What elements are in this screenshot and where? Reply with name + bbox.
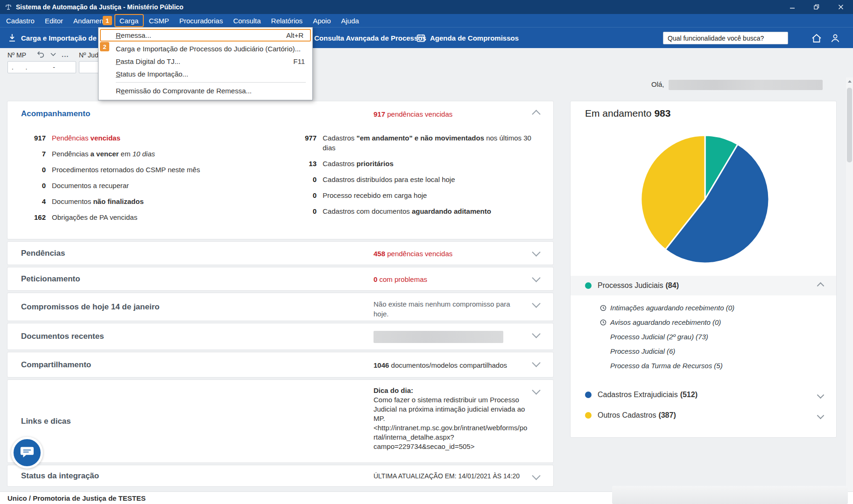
minimize-button[interactable] [780,0,804,14]
chevron-up-icon[interactable] [532,110,540,118]
legend-subitem-label: Processo Judicial (6) [610,347,675,355]
menu-item-remessa[interactable]: Remessa...Alt+R [100,29,311,42]
menu-item-pasta-digital-do-tj[interactable]: Pasta Digital do TJ...F11 [99,55,312,68]
scrollbar-thumb[interactable] [847,88,852,162]
status-bar-text: Unico / Promotoria de Justiça de TESTES [7,494,146,502]
stat-number: 977 [288,133,317,153]
stat-number: 7 [19,149,46,159]
chevron-down-icon[interactable] [532,299,540,308]
numero-mp-input[interactable] [7,61,76,73]
toolbar-consulta-avancada-button[interactable]: Consulta Avançada de Processos [314,28,426,48]
legend-sublist: Intimações aguardando recebimento (0)Avi… [571,296,836,373]
row-summary: 458 pendências vencidas [374,249,452,257]
stat-number: 0 [19,165,46,175]
legend-count: (387) [658,411,676,420]
user-icon[interactable] [828,32,842,44]
menubar-item-ajuda[interactable]: Ajuda [336,14,364,27]
legend-group-cadastros-extrajudiciais[interactable]: Cadastros Extrajudiciais(512) [571,385,836,405]
menu-bar: CadastroEditorAndamentoCarga1CSMPProcura… [0,14,853,27]
stat-number: 0 [288,190,317,200]
restore-button[interactable] [804,0,829,14]
links-e-dicas-row[interactable]: Links e dicas Dica do dia: Como fazer o … [7,379,554,463]
stat-label: Cadastros com documentos aguardando adit… [323,206,491,216]
legend-group-processos-judiciais[interactable]: Processos Judiciais(84) [571,276,836,295]
compartilhamento-row[interactable]: Compartilhamento 1046 documentos/modelos… [7,352,554,378]
compromissos-row[interactable]: Compromissos de hoje 14 de janeiro Não e… [7,293,554,321]
clock-icon [600,319,610,326]
menubar-item-cadastro[interactable]: Cadastro [1,14,40,27]
menubar-item-csmp[interactable]: CSMP [144,14,174,27]
stat-label: Cadastros prioritários [323,159,394,168]
close-button[interactable] [829,0,853,14]
title-bar: Sistema de Automação da Justiça - Minist… [0,0,853,14]
toolbar-carga-importacao-button[interactable]: Carga e Importação de Pro [7,28,110,48]
clock-icon [600,305,610,311]
menubar-item-consulta[interactable]: Consulta [228,14,266,27]
documentos-recentes-row[interactable]: Documentos recentes [7,323,554,350]
stat-label: Cadastros "em andamento" e não movimenta… [323,133,545,153]
toolbar-agenda-button[interactable]: Agenda de Compromissos [416,28,519,48]
panel-title-text: Em andamento [585,108,651,119]
acompanhamento-right-stats: 977Cadastros "em andamento" e não movime… [288,133,545,222]
home-icon[interactable] [810,32,824,44]
menu-separator [116,82,306,83]
legend-dot [585,412,592,419]
stat-row: 0Documentos a recuperar [19,181,282,190]
download-icon [7,33,17,42]
chevron-down-icon[interactable] [50,53,56,56]
menu-item-reemissao-do-comprovante-de-remessa[interactable]: Reemissão do Comprovante de Remessa... [99,84,312,97]
toolbar-item-label: Agenda de Compromissos [430,34,519,42]
legend-subitem[interactable]: Processo Judicial (2º grau) (73) [571,329,836,344]
menubar-item-relatorios[interactable]: Relatórios [266,14,308,27]
history-controls: ... [36,50,69,58]
acompanhamento-left-stats: 917Pendências vencidas7Pendências a venc… [19,133,282,228]
numero-mp-label: Nº MP [7,51,26,59]
chevron-down-icon[interactable] [532,248,540,256]
row-title: Links e dicas [21,417,71,426]
menubar-item-procuradorias[interactable]: Procuradorias [174,14,228,27]
acompanhamento-title: Acompanhamento [21,109,90,119]
greeting-text: Olá, [651,80,664,88]
legend-label: Processos Judiciais [598,281,663,290]
status-integracao-row[interactable]: Status da integração ÚLTIMA ATUALIZAÇÃO … [7,465,554,487]
legend-subitem[interactable]: Processo Judicial (6) [571,344,836,358]
chevron-down-icon[interactable] [532,329,540,338]
chevron-down-icon[interactable] [532,358,540,367]
vertical-scrollbar[interactable] [846,77,853,504]
app-window: Sistema de Automação da Justiça - Minist… [0,0,853,504]
pendencias-row[interactable]: Pendências 458 pendências vencidas [7,241,554,265]
legend-group-outros-cadastros[interactable]: Outros Cadastros(387) [571,406,836,425]
stat-number: 0 [288,206,317,216]
legend-subitem[interactable]: Intimações aguardando recebimento (0) [571,301,836,315]
stat-label: Cadastros distribuídos para este local h… [323,175,455,184]
pie-legend: Processos Judiciais(84)Intimações aguard… [571,276,836,426]
row-title: Pendências [21,249,65,258]
undo-icon[interactable] [36,51,45,58]
chevron-down-icon[interactable] [532,471,540,480]
stat-row: 0Cadastros com documentos aguardando adi… [288,206,545,216]
row-summary: ÚLTIMA ATUALIZAÇÃO EM: 14/01/2021 ÀS 14:… [374,472,520,480]
chat-button[interactable] [11,437,43,469]
legend-subitem[interactable]: Processo da Turma de Recursos (5) [571,358,836,373]
stat-row: 7Pendências a vencer em 10 dias [19,149,282,159]
legend-dot [585,282,592,289]
search-input[interactable] [663,32,788,44]
legend-subitem[interactable]: Avisos aguardando recebimento (0) [571,315,836,329]
chevron-up-icon [817,282,825,289]
scroll-up-arrow[interactable] [846,77,853,85]
menu-item-carga-e-importacao-de-processos-do-judiciario-cartorio[interactable]: Carga e Importação de Processos do Judic… [99,42,312,55]
app-icon [5,3,12,11]
menubar-item-apoio[interactable]: Apoio [308,14,336,27]
chevron-down-icon[interactable] [532,386,540,394]
menubar-item-editor[interactable]: Editor [40,14,68,27]
stat-label: Processo recebido em carga hoje [323,190,427,200]
redacted-footer-content [612,486,848,504]
chat-bubble-icon [20,446,35,460]
stat-row: 0Cadastros distribuídos para este local … [288,175,545,184]
row-title: Documentos recentes [21,332,104,341]
more-options-icon[interactable]: ... [62,50,69,58]
chevron-down-icon[interactable] [532,273,540,282]
menubar-item-carga[interactable]: Carga1 [114,14,144,27]
menu-item-status-de-importacao[interactable]: Status de Importação... [99,68,312,80]
peticionamento-row[interactable]: Peticionamento 0 com problemas [7,267,554,291]
